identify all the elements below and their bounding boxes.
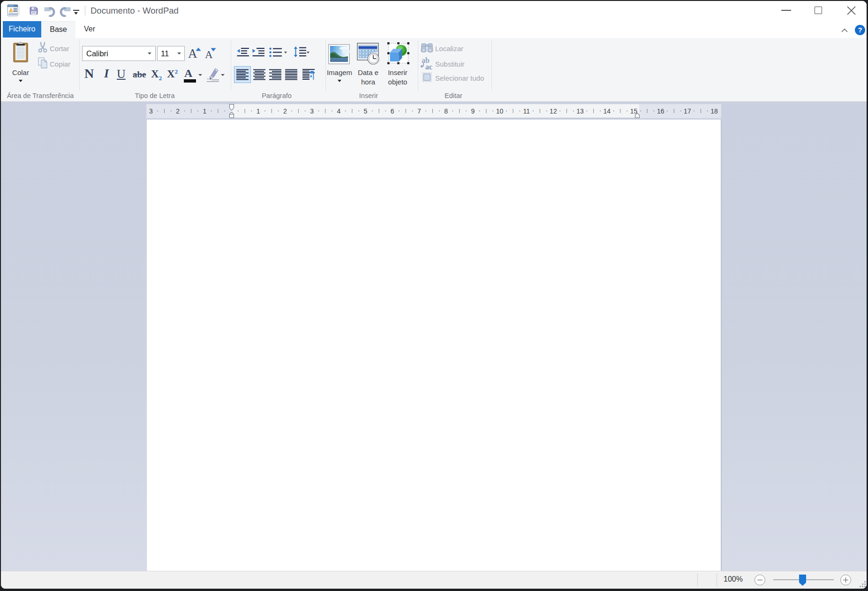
svg-text:14: 14 [604,107,611,115]
svg-text:5: 5 [364,107,368,115]
svg-text:13: 13 [576,107,584,115]
svg-text:11: 11 [523,107,530,115]
svg-text:9: 9 [471,107,475,115]
svg-text:2: 2 [283,107,287,115]
svg-text:12: 12 [550,107,557,115]
svg-text:8: 8 [444,107,448,115]
svg-text:3: 3 [310,107,314,115]
svg-text:1: 1 [257,107,260,115]
svg-text:18: 18 [710,107,718,115]
svg-text:1: 1 [203,107,206,115]
svg-text:10: 10 [496,107,504,115]
svg-text:17: 17 [684,107,691,115]
svg-text:3: 3 [149,107,153,115]
svg-text:2: 2 [176,107,180,115]
svg-text:16: 16 [657,107,664,115]
svg-text:4: 4 [337,107,340,115]
svg-text:6: 6 [391,107,394,115]
svg-text:7: 7 [417,107,421,115]
